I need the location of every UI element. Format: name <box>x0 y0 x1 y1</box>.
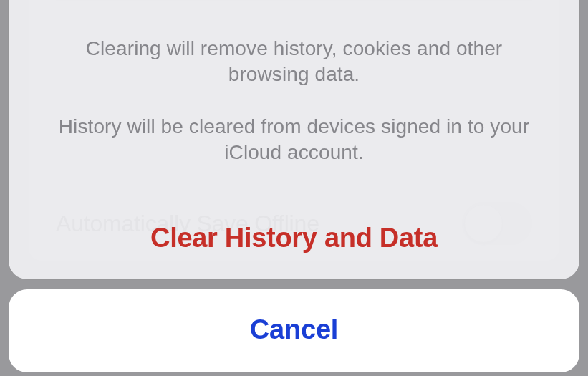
clear-history-and-data-button[interactable]: Clear History and Data <box>9 198 579 279</box>
action-sheet-message-line: Clearing will remove history, cookies an… <box>52 36 536 88</box>
action-sheet-container: Clearing will remove history, cookies an… <box>9 0 579 376</box>
action-sheet-message: Clearing will remove history, cookies an… <box>9 0 579 198</box>
cancel-button[interactable]: Cancel <box>9 289 579 372</box>
action-sheet: Clearing will remove history, cookies an… <box>9 0 579 279</box>
action-sheet-message-line: History will be cleared from devices sig… <box>52 114 536 166</box>
